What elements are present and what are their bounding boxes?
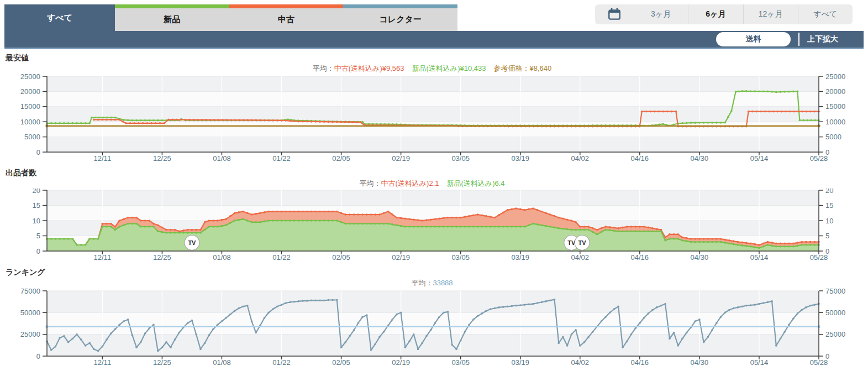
svg-text:5: 5 [36,232,40,240]
svg-text:01/08: 01/08 [213,253,231,262]
svg-text:12/25: 12/25 [153,358,171,367]
svg-text:12/25: 12/25 [153,253,171,262]
lowest-price-section: 最安値 平均：中古(送料込み)¥9,563新品(送料込み)¥10,433参考価格… [0,52,868,164]
svg-text:12/11: 12/11 [94,154,112,163]
toolbar-divider [798,33,799,46]
average-prefix: 平均： [411,279,433,287]
svg-text:04/30: 04/30 [691,154,709,163]
svg-text:TV: TV [578,239,587,246]
svg-text:02/19: 02/19 [392,358,410,367]
header: すべて 新品 中古 コレクター 3ヶ月 6ヶ月 12ヶ月 すべて [4,4,864,49]
ranking-average: 平均：33888 [0,278,868,288]
ranking-chart: 0025000250005000050000750007500012/1112/… [0,288,868,369]
svg-text:02/05: 02/05 [332,358,350,367]
svg-text:12/25: 12/25 [153,154,171,163]
range-12months[interactable]: 12ヶ月 [743,4,798,24]
svg-text:25000: 25000 [825,330,845,338]
svg-text:02/19: 02/19 [392,154,410,163]
seller-count-average: 平均：中古(送料込み)2.1新品(送料込み)6.4 [0,178,868,189]
svg-text:03/05: 03/05 [451,358,470,367]
svg-text:0: 0 [36,352,40,361]
average-prefix: 平均： [359,179,381,187]
range-all[interactable]: すべて [798,4,853,24]
tv-flag[interactable]: TV [575,236,590,250]
svg-text:75000: 75000 [20,288,40,295]
svg-text:05/14: 05/14 [750,253,769,262]
average-used-count: 中古(送料込み)2.1 [381,179,439,187]
svg-text:04/30: 04/30 [691,358,709,367]
svg-text:10000: 10000 [20,118,40,126]
svg-text:50000: 50000 [20,309,40,317]
reference-price: 参考価格：¥8,640 [493,64,551,72]
svg-text:20: 20 [33,189,40,195]
average-prefix: 平均： [313,64,334,72]
svg-text:01/22: 01/22 [272,253,291,262]
svg-text:03/19: 03/19 [511,154,529,163]
condition-tabs: すべて 新品 中古 コレクター [4,4,457,31]
svg-text:10: 10 [825,217,833,225]
tab-used[interactable]: 中古 [229,4,344,31]
svg-text:25000: 25000 [20,74,40,81]
ranking-section: ランキング 平均：33888 0025000250005000050000750… [0,267,868,369]
average-used-price: 中古(送料込み)¥9,563 [334,64,404,72]
svg-text:04/16: 04/16 [631,253,649,262]
svg-text:20000: 20000 [20,87,40,96]
svg-text:03/05: 03/05 [451,154,470,163]
section-title-seller-count: 出品者数 [6,167,868,178]
svg-text:04/02: 04/02 [571,253,590,262]
svg-text:20: 20 [825,189,833,195]
svg-text:01/22: 01/22 [272,154,291,163]
svg-text:02/19: 02/19 [392,253,410,262]
svg-text:01/08: 01/08 [213,154,231,163]
sub-toolbar: 送料 上下拡大 [4,31,864,48]
calendar-icon [595,4,634,24]
svg-text:TV: TV [188,239,196,246]
svg-text:10: 10 [33,217,40,225]
vertical-expand-button[interactable]: 上下拡大 [807,34,838,44]
average-ranking: 33888 [433,279,453,287]
svg-text:15: 15 [825,201,833,210]
svg-text:02/05: 02/05 [332,253,350,262]
svg-text:03/05: 03/05 [451,253,470,262]
svg-text:25000: 25000 [20,330,40,338]
svg-text:5000: 5000 [825,133,841,141]
tab-all[interactable]: すべて [4,4,115,31]
tab-collector[interactable]: コレクター [343,4,457,31]
svg-text:04/16: 04/16 [631,358,649,367]
svg-text:0: 0 [36,148,40,156]
svg-text:10000: 10000 [825,118,845,126]
svg-text:20000: 20000 [825,87,845,96]
svg-text:15: 15 [33,201,40,210]
range-6months[interactable]: 6ヶ月 [688,4,743,24]
svg-text:12/11: 12/11 [94,358,112,367]
shipping-toggle-button[interactable]: 送料 [716,32,791,46]
section-title-lowest-price: 最安値 [6,52,868,63]
lowest-price-chart: 0050005000100001000015000150002000020000… [0,74,868,164]
average-new-count: 新品(送料込み)6.4 [447,179,505,187]
svg-text:05/28: 05/28 [810,358,828,367]
svg-text:15000: 15000 [20,102,40,111]
tv-flag[interactable]: TV [185,236,199,250]
svg-text:05/14: 05/14 [750,154,769,163]
section-title-ranking: ランキング [6,267,868,278]
seller-count-chart: 005510101515202012/1112/2501/0801/2202/0… [0,189,868,264]
svg-text:03/19: 03/19 [511,253,529,262]
svg-text:5: 5 [825,232,829,240]
svg-text:04/16: 04/16 [631,154,649,163]
svg-text:01/22: 01/22 [272,358,291,367]
svg-text:50000: 50000 [825,309,845,317]
svg-text:25000: 25000 [825,74,845,81]
svg-text:05/28: 05/28 [810,253,828,262]
range-3months[interactable]: 3ヶ月 [634,4,688,24]
svg-text:75000: 75000 [825,288,845,295]
lowest-price-average: 平均：中古(送料込み)¥9,563新品(送料込み)¥10,433参考価格：¥8,… [0,63,868,74]
svg-text:02/05: 02/05 [332,154,350,163]
svg-text:04/02: 04/02 [571,358,590,367]
seller-count-section: 出品者数 平均：中古(送料込み)2.1新品(送料込み)6.4 005510101… [0,167,868,264]
svg-text:04/30: 04/30 [691,253,709,262]
svg-text:12/11: 12/11 [94,253,112,262]
svg-text:0: 0 [36,247,40,255]
range-selector: 3ヶ月 6ヶ月 12ヶ月 すべて [595,4,853,24]
svg-text:05/28: 05/28 [810,154,828,163]
tab-new[interactable]: 新品 [115,4,229,31]
